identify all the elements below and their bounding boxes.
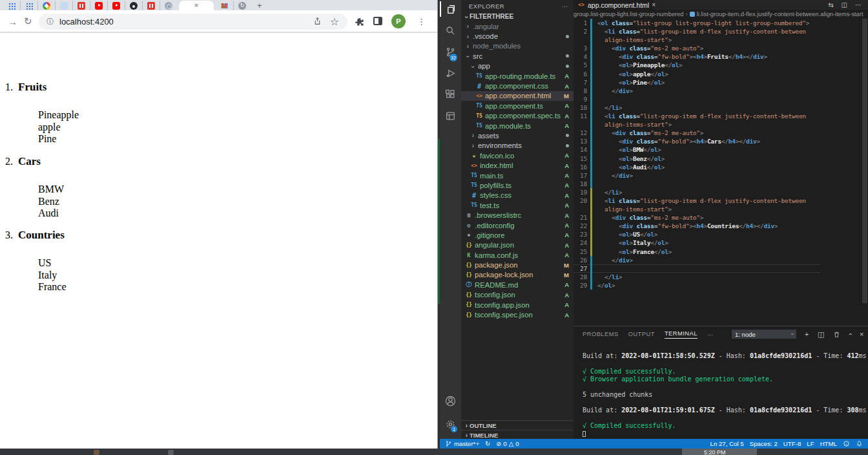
tree-item[interactable]: ›app	[461, 61, 574, 71]
tree-item[interactable]: ⓘREADME.mdA	[461, 280, 574, 290]
browser-tab[interactable]	[160, 1, 177, 10]
share-icon[interactable]	[313, 16, 322, 28]
problems-item[interactable]: ⊘0 △0	[496, 440, 519, 447]
close-panel-icon[interactable]: ×	[860, 330, 864, 338]
tree-item[interactable]: #app.component.cssA	[461, 81, 574, 90]
taskbar-app-icon[interactable]	[168, 450, 174, 455]
tree-item[interactable]: TSapp.module.tsA	[461, 121, 574, 131]
browser-menu-icon[interactable]: ⋮	[417, 10, 426, 32]
tree-item[interactable]: TStest.tsA	[461, 200, 574, 210]
sync-icon[interactable]: ↻	[485, 440, 490, 447]
panel-more-icon[interactable]: ⋯	[707, 331, 714, 338]
git-branch-item[interactable]: master*+	[445, 440, 479, 447]
tree-item[interactable]: <>index.htmlA	[461, 160, 574, 170]
split-terminal-icon[interactable]: ◫	[818, 330, 825, 339]
breadcrumb[interactable]: group.list-group-light.list-group-number…	[574, 10, 868, 19]
indentation-item[interactable]: Spaces: 2	[750, 440, 778, 447]
search-icon[interactable]	[445, 25, 456, 36]
reload-icon[interactable]: ↻	[24, 10, 32, 32]
open-changes-icon[interactable]: ⇆	[828, 1, 833, 8]
profile-avatar[interactable]: P	[391, 14, 406, 28]
tree-item[interactable]: #styles.cssA	[461, 191, 574, 200]
browser-tab[interactable]	[142, 1, 160, 10]
editor-more-icon[interactable]: ⋯	[855, 1, 862, 8]
run-debug-icon[interactable]	[445, 68, 456, 79]
browser-tab-active[interactable]: ×	[179, 1, 214, 10]
custom-view-icon[interactable]	[445, 111, 456, 122]
tree-item[interactable]: ›src	[461, 51, 574, 61]
tree-item[interactable]: {}tsconfig.spec.jsonA	[461, 310, 574, 319]
side-panel-icon[interactable]	[373, 17, 382, 25]
tree-item[interactable]: {}angular.jsonA	[461, 240, 574, 250]
browser-tab[interactable]: M	[216, 1, 233, 10]
tree-item[interactable]: ›.angular	[461, 21, 574, 31]
project-section-header[interactable]: › FILTERTHREE	[461, 12, 574, 21]
tree-item[interactable]: ⚙.editorconfigA	[461, 220, 574, 230]
terminal-select[interactable]: 1: node ›	[732, 330, 796, 339]
tree-item[interactable]: ›.vscode	[461, 31, 574, 41]
encoding-item[interactable]: UTF-8	[783, 440, 801, 447]
address-bar[interactable]: ⓘ localhost:4200 ☆	[39, 14, 347, 30]
new-tab-button[interactable]: +	[257, 1, 262, 10]
tree-item[interactable]: ›node_modules	[461, 41, 574, 51]
feedback-smiley-icon[interactable]	[843, 440, 850, 447]
tree-item[interactable]: {}package-lock.jsonM	[461, 270, 574, 280]
code-editor[interactable]: 1<ol class="list-group list-group-light …	[574, 19, 820, 326]
extensions-puzzle-icon[interactable]	[355, 10, 364, 32]
account-icon[interactable]	[445, 396, 456, 407]
tree-item[interactable]: ◆.gitignoreA	[461, 230, 574, 240]
language-mode-item[interactable]: HTML	[820, 440, 837, 447]
kill-terminal-icon[interactable]	[833, 331, 840, 338]
tree-item[interactable]: TSapp.component.tsA	[461, 101, 574, 111]
browser-tab[interactable]	[90, 1, 107, 10]
tree-item[interactable]: {}package.jsonM	[461, 260, 574, 270]
browser-tab[interactable]	[37, 1, 55, 10]
tree-item[interactable]: Kkarma.conf.jsA	[461, 250, 574, 260]
browser-tab[interactable]	[72, 1, 90, 10]
bookmark-star-icon[interactable]: ☆	[330, 16, 339, 28]
notifications-bell-icon[interactable]	[856, 440, 863, 447]
browser-tab[interactable]	[55, 1, 72, 10]
eol-item[interactable]: LF	[807, 440, 814, 447]
tree-item[interactable]: ›environments	[461, 141, 574, 151]
editor-scrollbar[interactable]	[862, 10, 868, 326]
site-info-icon[interactable]: ⓘ	[46, 17, 54, 26]
tree-item[interactable]: ›assets	[461, 131, 574, 140]
tab-problems[interactable]: PROBLEMS	[583, 331, 619, 337]
maximize-panel-icon[interactable]: ›	[846, 333, 854, 335]
tree-item[interactable]: {}tsconfig.jsonA	[461, 290, 574, 300]
split-editor-icon[interactable]: ◫	[842, 1, 847, 8]
tree-item[interactable]: TSmain.tsA	[461, 171, 574, 180]
address-text[interactable]: localhost:4200	[59, 17, 313, 26]
new-terminal-icon[interactable]: +	[805, 330, 809, 338]
browser-tab[interactable]	[107, 1, 125, 10]
tree-item[interactable]: ★favicon.icoA	[461, 151, 574, 160]
close-icon[interactable]: ×	[194, 2, 198, 9]
timeline-section[interactable]: › TIMELINE	[461, 430, 574, 439]
forward-icon[interactable]: →	[8, 10, 17, 32]
breadcrumb-symbol[interactable]: li.list-group-item.d-flex.justify-conten…	[697, 11, 863, 17]
tab-terminal[interactable]: TERMINAL	[665, 330, 698, 339]
explorer-icon[interactable]	[445, 4, 456, 15]
outline-section[interactable]: › OUTLINE	[461, 420, 574, 430]
editor-tab[interactable]: <> app.component.html ×	[574, 0, 654, 10]
tree-item[interactable]: TSapp-routing.module.tsA	[461, 71, 574, 81]
browser-tab[interactable]	[125, 1, 142, 10]
tree-item[interactable]: TSapp.component.spec.tsA	[461, 111, 574, 121]
browser-tab[interactable]: ↻	[233, 1, 251, 10]
tree-item[interactable]: ≡.browserslistrcA	[461, 210, 574, 220]
tree-item[interactable]: <>app.component.htmlM	[461, 91, 574, 101]
tab-output[interactable]: OUTPUT	[628, 331, 655, 337]
browser-tab[interactable]	[3, 1, 20, 10]
extensions-icon[interactable]	[445, 89, 456, 100]
views-more-icon[interactable]: ⋯	[562, 3, 568, 10]
tree-item[interactable]: {}tsconfig.app.jsonA	[461, 300, 574, 310]
close-icon[interactable]: ×	[652, 1, 656, 8]
taskbar-clock[interactable]: 5:20 PM	[704, 449, 726, 455]
terminal-output[interactable]: Build at: 2022-08-01T21:58:50.529Z - Has…	[583, 352, 863, 438]
taskbar-app-icon[interactable]	[94, 450, 99, 455]
breadcrumb-path[interactable]: group.list-group-light.list-group-number…	[574, 11, 684, 17]
browser-tab[interactable]	[20, 1, 37, 10]
scrollbar-thumb[interactable]	[862, 19, 867, 303]
cursor-position-item[interactable]: Ln 27, Col 5	[710, 440, 744, 447]
